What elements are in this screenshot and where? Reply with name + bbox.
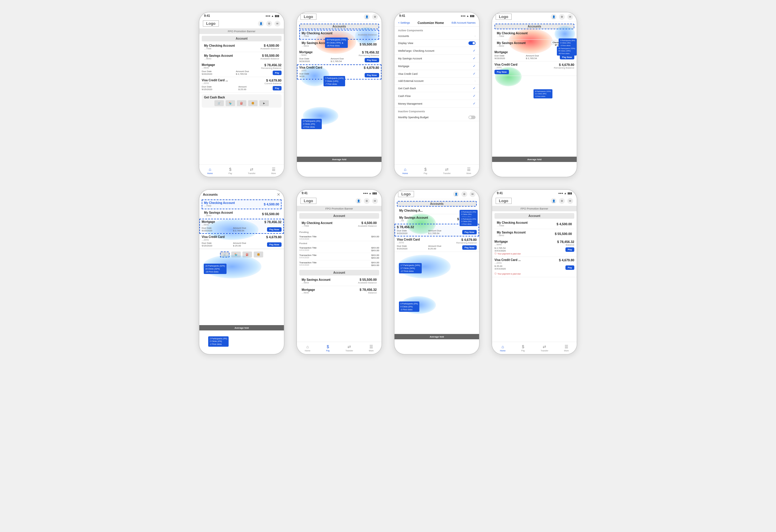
visa-row-7[interactable]: Visa Credit Card ...2231 $ 4,679.80 Rema… <box>394 236 479 252</box>
nav-pay-6[interactable]: $Pay <box>326 344 330 352</box>
settings-back-btn[interactable]: < Settings <box>398 21 410 24</box>
person-icon-2[interactable]: 👤 <box>364 14 370 20</box>
display-view-toggle[interactable] <box>468 41 475 45</box>
checking-row-8[interactable]: My Checking Account ...7568 $ 4,500.00 <box>495 219 574 229</box>
money-mgmt-row[interactable]: Money Management ✓ <box>394 100 479 107</box>
visa-row-2[interactable]: Visa Credit Card ...2231 $ 4,879.80 Due … <box>297 64 382 79</box>
posted-trans-1[interactable]: Transaction Title X/XX/2020 $XX.00 $XX.0… <box>299 246 379 253</box>
mail-icon-7[interactable]: ✉ <box>469 191 475 197</box>
savings-row-7[interactable]: My Savings Account ...43 $ 55,500.00 <box>397 214 477 224</box>
get-cash-back-label: Get Cash Back <box>398 87 416 90</box>
nav-transfer-6[interactable]: ⇄Transfer <box>345 344 353 352</box>
nav-transfer-3[interactable]: ⇄Transfer <box>443 167 451 174</box>
person-icon-6[interactable]: 👤 <box>356 198 361 204</box>
nav-transfer[interactable]: ⇄Transfer <box>248 167 255 174</box>
edit-account-names[interactable]: Edit Account Names <box>451 21 475 24</box>
nav-home[interactable]: ⌂Home <box>207 167 213 174</box>
mail-icon[interactable]: ✉ <box>274 21 280 27</box>
visa-due: Due Date9/15/2020 <box>202 85 212 91</box>
account-section-header-1: Account <box>202 36 281 41</box>
mortgage-row-7[interactable]: $ 78,456.32 Due Date9/23/2020 Amount Due… <box>394 224 479 236</box>
gear-icon-4[interactable]: ⚙ <box>559 14 565 20</box>
visa-name-8: Visa Credit Card ... <box>495 258 521 262</box>
checking-row-4[interactable]: My Checking Account ...7968 <box>495 30 574 40</box>
nav-home-6[interactable]: ⌂Home <box>305 344 311 352</box>
accounts-setting-row[interactable]: Accounts › <box>394 33 479 40</box>
monthly-budget-row[interactable]: Monthly Spending Budget <box>394 114 479 121</box>
mail-icon-8[interactable]: ✉ <box>567 198 573 204</box>
mortgage-row-5[interactable]: Mortgage ...5640 $ 78,456.32 Due Date9/2… <box>199 219 284 234</box>
mortgage-pay-btn-4[interactable]: Pay Now <box>560 55 574 59</box>
mortgage-label-8: Balance <box>557 244 574 246</box>
nav-more-3[interactable]: ☰More <box>466 167 471 174</box>
cash-flow-row[interactable]: Cash Flow ✓ <box>394 92 479 100</box>
nav-pay-8[interactable]: $Pay <box>521 344 525 352</box>
mail-icon-4[interactable]: ✉ <box>567 14 573 20</box>
person-icon-4[interactable]: 👤 <box>551 14 557 20</box>
mortgage-row-4[interactable]: Mortgage Due Date9/23/2020 Amount Due$ 2… <box>492 49 577 61</box>
checking-row-6[interactable]: My Checking Account ...7568 $ 4,500.00 A… <box>299 219 379 229</box>
pending-trans-1[interactable]: Transaction Title X/XX/2020 $XX.00 <box>299 234 379 241</box>
nav-more-8[interactable]: ☰More <box>564 344 569 352</box>
visa-amtdue-8: $ 25.00X/XX/2020 <box>495 265 506 270</box>
display-view-row[interactable]: Display View <box>394 40 479 47</box>
mortgage-pay-btn-5[interactable]: Pay Now <box>267 227 281 232</box>
monthly-budget-toggle[interactable] <box>468 115 475 119</box>
savings-row-2[interactable]: My Savings Account ...5643 $ 55,500.00 <box>299 40 379 49</box>
mortgage-pay-button[interactable]: Pay <box>273 71 281 75</box>
mortgage-pay-btn-2[interactable]: Pay Now <box>365 58 379 62</box>
savings-row-8[interactable]: My Savings Account ...5643 $ 55,500.00 <box>495 229 574 239</box>
gear-icon-8[interactable]: ⚙ <box>559 198 565 204</box>
checking-account-row[interactable]: My Checking Account ...7568 $ 4,500.00 A… <box>202 42 281 52</box>
mail-icon-6[interactable]: ✉ <box>372 198 378 204</box>
add-external-row[interactable]: Add External Account › <box>394 78 479 84</box>
posted-trans-3[interactable]: Transaction Title X/XX/2020 $XX.00 $XX.0… <box>299 260 379 268</box>
nav-home-3[interactable]: ⌂Home <box>402 167 408 174</box>
nav-transfer-8[interactable]: ⇄Transfer <box>541 344 548 352</box>
person-icon[interactable]: 👤 <box>258 21 264 27</box>
savings-account-row[interactable]: My Savings Account ...5643 $ 55,500.00 A… <box>202 52 281 62</box>
get-cash-back-section[interactable]: Get Cash Back 🛒 🏪 ⛽ 🍔 ▶ <box>202 94 281 107</box>
nav-pay-3[interactable]: $Pay <box>424 167 427 174</box>
mortgage-row-8[interactable]: Mortgage ...5640 $ 78,456.32 Balance $ 2… <box>492 239 577 257</box>
accounts-header-7: Accounts <box>397 201 477 207</box>
person-icon-7[interactable]: 👤 <box>453 191 459 197</box>
person-icon-8[interactable]: 👤 <box>551 198 557 204</box>
visa-row-5[interactable]: Visa Credit Card ...2231 $ 4,679.80 Due … <box>199 234 284 249</box>
gear-icon-6[interactable]: ⚙ <box>364 198 370 204</box>
mortgage-row[interactable]: Mortgage ...5640 $ 78,456.32 Remaining B… <box>199 62 284 77</box>
popup-close-btn[interactable]: ✕ <box>277 192 280 197</box>
nav-more[interactable]: ☰More <box>271 167 276 174</box>
nav-home-8[interactable]: ⌂Home <box>500 344 506 352</box>
checking-row-5[interactable]: My Checking Account ...7568 $ 4,500.00 <box>202 200 281 209</box>
get-cash-back-row[interactable]: Get Cash Back ✓ <box>394 84 479 92</box>
nav-pay[interactable]: $Pay <box>229 167 232 174</box>
visa-setting-row[interactable]: Visa Credit Card ✓ <box>394 70 479 78</box>
gear-icon-7[interactable]: ⚙ <box>461 191 467 197</box>
my-savings-row[interactable]: My Savings Account ✓ <box>394 55 479 62</box>
checking-row-2[interactable]: My Checking Account ...7568 Available Ba… <box>299 30 379 40</box>
posted-trans-2[interactable]: Transaction Title X/XX/2020 $XX.00 $XX.0… <box>299 253 379 260</box>
visa-pay-btn-7[interactable]: Pay Now <box>462 245 477 250</box>
visa-pay-btn-8[interactable]: Pay <box>565 265 574 270</box>
checking-row-7[interactable]: My Checking A... <box>397 207 477 214</box>
accounts-header-4: Accounts <box>495 24 574 29</box>
wells-checking-row[interactable]: WellsFargo: Checking Account ✓ <box>394 47 479 55</box>
mortgage-row-6[interactable]: Mortgage ...5640 $ 78,456.32 Balance <box>299 286 379 296</box>
mortgage-row-2[interactable]: Mortgage ...5640 $ 78,456.32 Remaining B… <box>297 49 382 64</box>
visa-row-8[interactable]: Visa Credit Card ... ...2231 $ 4,679.80 … <box>492 257 577 277</box>
savings-row-5[interactable]: My Savings Account ...5643 $ 55,500.00 <box>202 209 281 219</box>
gear-icon[interactable]: ⚙ <box>266 21 272 27</box>
gear-icon-2[interactable]: ⚙ <box>372 14 378 20</box>
nav-more-6[interactable]: ☰More <box>369 344 374 352</box>
visa-pay-button[interactable]: Pay <box>273 86 281 90</box>
visa-pay-btn-2[interactable]: Pay Now <box>365 73 379 77</box>
mortgage-pay-btn-7[interactable]: Pay Now <box>462 230 477 234</box>
visa-row[interactable]: Visa Credit Card ... ...2231 $ 4,679.80 … <box>199 77 284 92</box>
mortgage-setting-row[interactable]: Mortgage ✓ <box>394 62 479 70</box>
savings-row-6[interactable]: My Savings Account ...5643 $ 55,500.00 A… <box>299 276 379 286</box>
mortgage-pay-btn-8[interactable]: Pay <box>565 247 574 252</box>
visa-row-4[interactable]: Visa Credit Card ...2231 $ 4,679.80 Rema… <box>492 61 577 76</box>
visa-pay-btn-5[interactable]: Pay Now <box>267 242 281 247</box>
visa-pay-btn-4[interactable]: Pay Now <box>495 70 509 74</box>
